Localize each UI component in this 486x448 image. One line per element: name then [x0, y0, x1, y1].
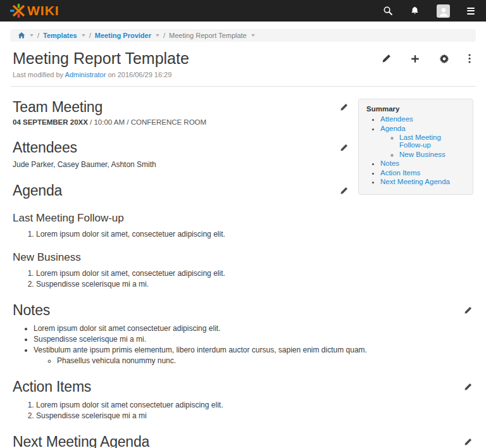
last-modified-line: Last modified by Administrator on 2016/0… — [13, 71, 473, 78]
toc-item: Action Items — [380, 169, 466, 177]
edit-pencil-icon[interactable] — [382, 54, 391, 63]
page-header: Meeting Report Template — [0, 42, 486, 78]
xwiki-logo-x-icon — [10, 3, 27, 18]
list-item: Lorem ipsum dolor sit amet consectetuer … — [34, 324, 473, 333]
notes-list: Lorem ipsum dolor sit amet consectetuer … — [13, 324, 473, 365]
summary-panel: Summary Attendees Agenda Last Meeting Fo… — [358, 99, 473, 195]
breadcrumb-link-templates[interactable]: Templates — [43, 32, 77, 39]
home-icon[interactable] — [18, 32, 25, 39]
heading-new-business: New Business — [13, 251, 473, 264]
toc-item: Agenda Last Meeting Follow-up New Busine… — [380, 125, 466, 158]
user-avatar[interactable] — [437, 4, 450, 18]
list-item-text: Vestibulum ante ipsum primis elementum, … — [34, 345, 367, 354]
list-item: Lorem ipsum dolor sit amet consectetuer … — [36, 401, 473, 409]
settings-gear-icon[interactable] — [439, 54, 449, 64]
list-item: Lorem ipsum dolor sit amet, consectetuer… — [36, 269, 473, 278]
toc-link-new-business[interactable]: New Business — [399, 151, 446, 158]
heading-attendees: Attendees — [13, 139, 77, 156]
toc-link-agenda[interactable]: Agenda — [380, 125, 406, 132]
bell-icon[interactable] — [410, 6, 420, 16]
section-edit-pencil-icon[interactable] — [464, 438, 472, 446]
section-edit-pencil-icon[interactable] — [340, 187, 348, 195]
toc-link-follow-up[interactable]: Last Meeting Follow-up — [399, 134, 441, 149]
heading-notes: Notes — [13, 302, 50, 319]
section-edit-pencil-icon[interactable] — [340, 103, 348, 111]
meeting-details: / 10:00 AM / CONFERENCE ROOM — [88, 118, 206, 126]
document-content: Summary Attendees Agenda Last Meeting Fo… — [0, 87, 486, 448]
toc-item: Attendees — [380, 115, 466, 123]
follow-up-list: Lorem ipsum dolor sit amet, consectetuer… — [13, 230, 473, 239]
more-kebab-icon[interactable] — [468, 54, 471, 63]
meeting-provider-dropdown-caret[interactable] — [156, 34, 159, 37]
summary-toc-list: Attendees Agenda Last Meeting Follow-up … — [366, 115, 466, 185]
list-item: Suspendisse scelerisque mi a mi. — [34, 335, 473, 344]
breadcrumb-current: Meeting Report Template — [169, 32, 247, 39]
breadcrumb: / Templates / Meeting Provider / Meeting… — [10, 29, 476, 42]
templates-dropdown-caret[interactable] — [82, 34, 85, 37]
summary-title: Summary — [366, 105, 466, 113]
menu-icon[interactable] — [467, 8, 475, 15]
toc-link-notes[interactable]: Notes — [380, 159, 399, 167]
toc-item: Next Meeting Agenda — [380, 178, 466, 185]
notes-sublist: Phasellus vehicula nonummy nunc. — [34, 356, 473, 365]
toc-link-attendees[interactable]: Attendees — [380, 115, 413, 123]
list-item: Lorem ipsum dolor sit amet, consectetuer… — [36, 230, 473, 239]
list-item: Vestibulum ante ipsum primis elementum, … — [34, 345, 473, 365]
modified-prefix: Last modified by — [13, 71, 63, 78]
current-dropdown-caret[interactable] — [251, 34, 255, 37]
summary-toc-sublist: Last Meeting Follow-up New Business — [380, 134, 466, 158]
heading-agenda: Agenda — [13, 182, 62, 199]
toc-subitem: New Business — [399, 151, 466, 158]
list-subitem: Phasellus vehicula nonummy nunc. — [57, 356, 473, 365]
heading-team-meeting: Team Meeting — [13, 99, 103, 116]
section-edit-pencil-icon[interactable] — [464, 383, 472, 391]
toc-link-action-items[interactable]: Action Items — [380, 169, 420, 177]
page-title: Meeting Report Template — [13, 49, 382, 68]
heading-next-meeting-agenda: Next Meeting Agenda — [13, 433, 149, 448]
heading-last-meeting-follow-up: Last Meeting Follow-up — [13, 212, 473, 225]
new-business-list: Lorem ipsum dolor sit amet, consectetuer… — [13, 269, 473, 289]
xwiki-logo[interactable]: WIKI — [10, 3, 59, 18]
action-items-list: Lorem ipsum dolor sit amet consectetuer … — [13, 401, 473, 420]
search-icon[interactable] — [383, 6, 393, 16]
section-edit-pencil-icon[interactable] — [340, 144, 348, 152]
heading-action-items: Action Items — [13, 378, 91, 395]
list-item: Suspendisse scelerisque mi a mi. — [36, 280, 473, 289]
section-edit-pencil-icon[interactable] — [464, 306, 472, 314]
meeting-date: 04 SEPTEMBER 20XX — [13, 118, 88, 126]
breadcrumb-separator: / — [37, 32, 39, 39]
add-plus-icon[interactable] — [410, 54, 420, 64]
home-dropdown-caret[interactable] — [30, 34, 34, 37]
breadcrumb-separator: / — [163, 32, 165, 39]
breadcrumb-link-meeting-provider[interactable]: Meeting Provider — [95, 32, 151, 39]
list-item: Suspendisse scelerisque mi a mi — [36, 411, 473, 420]
top-navbar: WIKI — [0, 0, 486, 22]
xwiki-logo-text: WIKI — [27, 3, 59, 18]
modified-suffix: on 2016/06/29 16:29 — [108, 71, 171, 78]
toc-subitem: Last Meeting Follow-up — [399, 134, 466, 149]
modified-user-link[interactable]: Administrator — [65, 71, 106, 78]
toc-item: Notes — [380, 159, 466, 167]
toc-link-next-meeting[interactable]: Next Meeting Agenda — [380, 178, 450, 185]
breadcrumb-separator: / — [89, 32, 91, 39]
